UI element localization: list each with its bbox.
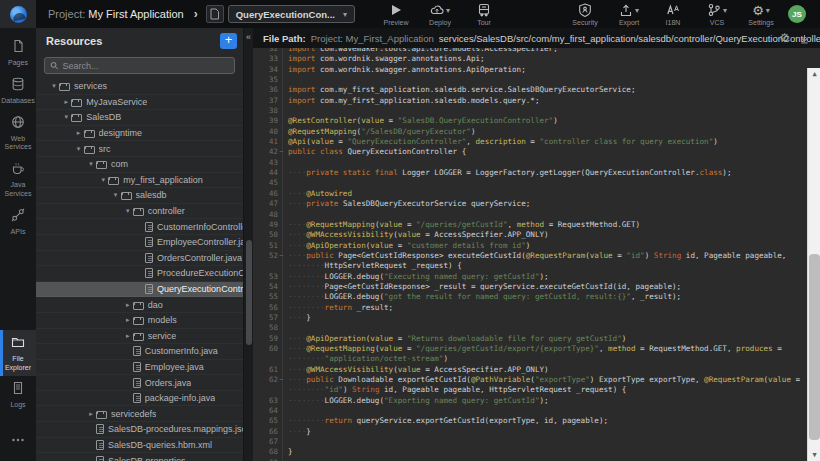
sidebar-item-file-explorer[interactable]: File Explorer bbox=[0, 330, 36, 377]
sidebar-item-web-services[interactable]: Web Services bbox=[0, 110, 36, 157]
editor-settings-gear-icon[interactable]: ⚙ bbox=[779, 31, 790, 45]
deploy-button[interactable]: ▾Deploy bbox=[427, 3, 453, 26]
tree-item-src[interactable]: ▾src bbox=[36, 141, 243, 157]
line-number: 57 bbox=[253, 313, 283, 323]
sidebar-item-logs[interactable]: Logs bbox=[0, 376, 36, 414]
tree-item-salesdb-properties[interactable]: SalesDB.properties bbox=[36, 453, 243, 461]
code-line: 36import com.my_first_application.salesd… bbox=[253, 85, 807, 95]
chevron-collapsed-icon[interactable]: ▸ bbox=[123, 332, 133, 340]
tree-item-queryexecutioncontroller-java[interactable]: QueryExecutionController.java bbox=[36, 282, 243, 298]
line-number: 45 bbox=[253, 178, 283, 188]
tree-item-customerinfocontroller-java[interactable]: CustomerInfoController.java bbox=[36, 219, 243, 235]
fold-marker-icon[interactable]: – bbox=[279, 146, 283, 156]
chevron-expanded-icon[interactable]: ▾ bbox=[49, 82, 59, 90]
tree-item-label: SalesDB bbox=[86, 112, 121, 122]
file-icon bbox=[145, 253, 153, 263]
tree-item-salesdb-queries-hbm-xml[interactable]: SalesDB-queries.hbm.xml bbox=[36, 438, 243, 454]
chevron-expanded-icon[interactable]: ▾ bbox=[61, 113, 71, 121]
sidebar-item-pages[interactable]: Pages bbox=[0, 34, 36, 72]
file-tree: ▾services▸MyJavaService▾SalesDB▸designti… bbox=[36, 79, 243, 461]
tree-item-label: controller bbox=[148, 206, 185, 216]
tour-button[interactable]: Tour bbox=[471, 3, 497, 26]
search-box bbox=[44, 57, 235, 74]
tree-item-dao[interactable]: ▸dao bbox=[36, 297, 243, 313]
preview-button[interactable]: Preview bbox=[383, 3, 409, 26]
tree-item-salesdb-procedures-mappings-json[interactable]: SalesDB-procedures.mappings.json bbox=[36, 422, 243, 438]
api-icon bbox=[11, 208, 25, 226]
export-button[interactable]: ▾Export bbox=[616, 3, 642, 26]
chevron-expanded-icon[interactable]: ▾ bbox=[123, 207, 133, 215]
search-input[interactable] bbox=[62, 61, 229, 71]
folder-icon bbox=[108, 177, 119, 185]
scroll-up-arrow[interactable]: ▲ bbox=[808, 68, 820, 80]
cloud-up-icon bbox=[430, 3, 444, 17]
chevron-expanded-icon[interactable]: ▾ bbox=[111, 191, 121, 199]
fold-marker-icon[interactable]: – bbox=[279, 250, 283, 260]
tree-item-label: ProcedureExecutionController.java bbox=[157, 268, 243, 278]
tree-item-customerinfo-java[interactable]: CustomerInfo.java bbox=[36, 344, 243, 360]
tree-item-services[interactable]: ▾services bbox=[36, 79, 243, 95]
code-line: 35 bbox=[253, 75, 807, 85]
line-number: 38 bbox=[253, 106, 283, 116]
tree-item-employeecontroller-java[interactable]: EmployeeController.java bbox=[36, 235, 243, 251]
line-number: 37 bbox=[253, 96, 283, 106]
chevron-collapsed-icon[interactable]: ▸ bbox=[123, 301, 133, 309]
sidebar-item-more[interactable] bbox=[0, 424, 36, 451]
open-file-dropdown[interactable]: QueryExecutionCon... ▾ bbox=[228, 5, 355, 23]
chevron-collapsed-icon[interactable]: ▸ bbox=[86, 410, 96, 418]
tree-item-procedureexecutioncontroller-java[interactable]: ProcedureExecutionController.java bbox=[36, 266, 243, 282]
panel-divider: « bbox=[244, 28, 253, 461]
shield-icon bbox=[578, 3, 592, 17]
tree-item-orders-java[interactable]: Orders.java bbox=[36, 375, 243, 391]
tree-item-com[interactable]: ▾com bbox=[36, 157, 243, 173]
tree-item-servicedefs[interactable]: ▸servicedefs bbox=[36, 406, 243, 422]
sidebar-item-java-services[interactable]: Java Services bbox=[0, 156, 36, 203]
code-text bbox=[283, 210, 288, 220]
editor-scrollbar-thumb[interactable] bbox=[809, 254, 820, 440]
code-line: 44····private static final Logger LOGGER… bbox=[253, 168, 807, 178]
code-line: ········HttpServletRequest _request) { bbox=[253, 261, 807, 271]
tree-item-models[interactable]: ▸models bbox=[36, 313, 243, 329]
tree-item-myjavaservice[interactable]: ▸MyJavaService bbox=[36, 95, 243, 111]
wavemaker-logo-tile[interactable] bbox=[0, 0, 36, 28]
tree-item-controller[interactable]: ▾controller bbox=[36, 204, 243, 220]
scroll-down-arrow[interactable]: ▼ bbox=[808, 449, 820, 461]
chevron-collapsed-icon[interactable]: ▸ bbox=[123, 316, 133, 324]
line-number: 42– bbox=[253, 147, 283, 157]
sidebar-item-apis[interactable]: APIs bbox=[0, 203, 36, 241]
tree-item-label: CustomerInfoController.java bbox=[157, 222, 243, 232]
tree-item-package-info-java[interactable]: package-info.java bbox=[36, 391, 243, 407]
toolbar-item-label: I18N bbox=[666, 19, 681, 26]
code-editor[interactable]: 32import com.wavemaker.tools.api.core.mo… bbox=[253, 48, 820, 461]
tree-item-my-first-application[interactable]: ▾my_first_application bbox=[36, 173, 243, 189]
download-file-icon[interactable] bbox=[799, 31, 810, 45]
security-button[interactable]: Security bbox=[572, 3, 598, 26]
chevron-down-icon: ▾ bbox=[766, 6, 770, 15]
chevron-expanded-icon[interactable]: ▾ bbox=[98, 176, 108, 184]
tree-item-salesdb[interactable]: ▾SalesDB bbox=[36, 110, 243, 126]
code-text: ····} bbox=[283, 313, 311, 323]
i18n-button[interactable]: I18N bbox=[660, 3, 686, 26]
tree-item-salesdb[interactable]: ▾salesdb bbox=[36, 188, 243, 204]
vcs-button[interactable]: ▾VCS bbox=[704, 3, 730, 26]
chevron-expanded-icon[interactable]: ▾ bbox=[86, 160, 96, 168]
chevron-collapsed-icon[interactable]: ▸ bbox=[61, 98, 71, 106]
line-number: 65 bbox=[253, 416, 283, 426]
settings-button[interactable]: ⚙▾Settings bbox=[748, 3, 774, 26]
tree-item-orderscontroller-java[interactable]: OrdersController.java bbox=[36, 251, 243, 267]
panel-scrollbar-thumb[interactable] bbox=[246, 240, 252, 345]
tree-item-service[interactable]: ▸service bbox=[36, 329, 243, 345]
user-avatar[interactable]: JS bbox=[788, 5, 806, 23]
tree-item-label: servicedefs bbox=[111, 409, 157, 419]
tree-item-employee-java[interactable]: Employee.java bbox=[36, 360, 243, 376]
add-resource-button[interactable]: + bbox=[220, 33, 237, 49]
fold-marker-icon[interactable]: – bbox=[279, 374, 283, 384]
chevron-collapsed-icon[interactable]: ▸ bbox=[74, 129, 84, 137]
chevron-expanded-icon[interactable]: ▾ bbox=[74, 145, 84, 153]
editor-scrollbar[interactable]: ▲ ▼ bbox=[807, 68, 820, 461]
collapse-panel-button[interactable]: « bbox=[244, 31, 253, 43]
line-number: 50 bbox=[253, 230, 283, 240]
sidebar-item-databases[interactable]: Databases bbox=[0, 72, 36, 110]
code-text: ········"application/octet-stream") bbox=[283, 354, 448, 364]
tree-item-designtime[interactable]: ▸designtime bbox=[36, 126, 243, 142]
